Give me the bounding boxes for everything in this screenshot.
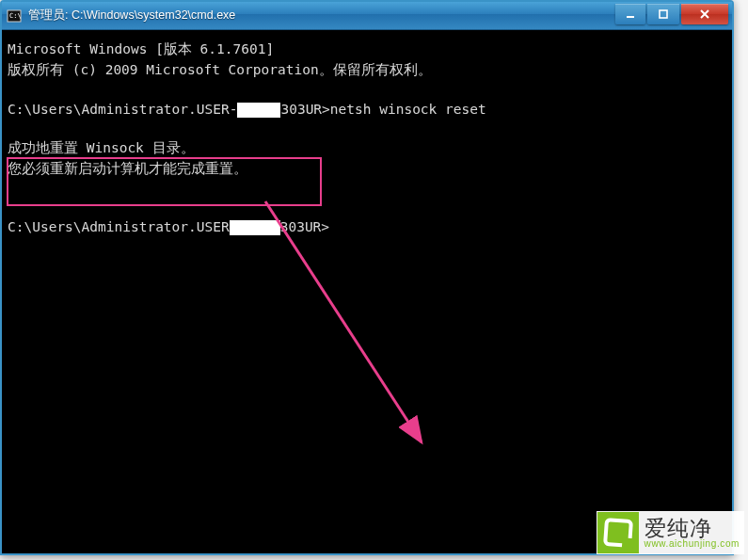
watermark-title: 爱纯净 bbox=[645, 517, 740, 539]
prompt-line-2: C:\Users\Administrator.USER 303UR> bbox=[8, 217, 726, 238]
watermark: 爱纯净 www.aichunjing.com bbox=[597, 511, 744, 554]
cmd-window: C:\ 管理员: C:\Windows\system32\cmd.exe Mic… bbox=[0, 0, 734, 555]
svg-text:C:\: C:\ bbox=[9, 12, 22, 20]
cmd-icon: C:\ bbox=[6, 8, 23, 24]
titlebar[interactable]: C:\ 管理员: C:\Windows\system32\cmd.exe bbox=[2, 2, 732, 30]
version-line: Microsoft Windows [版本 6.1.7601] bbox=[8, 40, 726, 60]
watermark-logo-icon bbox=[597, 512, 639, 553]
prompt-line-1: C:\Users\Administrator.USER- 303UR>netsh… bbox=[8, 100, 726, 120]
terminal-output[interactable]: Microsoft Windows [版本 6.1.7601] 版权所有 (c)… bbox=[2, 30, 732, 248]
redacted-user-2 bbox=[230, 220, 280, 235]
minimize-button[interactable] bbox=[615, 4, 645, 24]
close-button[interactable] bbox=[681, 4, 728, 24]
svg-rect-2 bbox=[627, 16, 634, 18]
redacted-user bbox=[237, 103, 280, 118]
result-line-1: 成功地重置 Winsock 目录。 bbox=[8, 138, 726, 159]
svg-rect-3 bbox=[660, 10, 667, 18]
window-title: 管理员: C:\Windows\system32\cmd.exe bbox=[28, 8, 615, 24]
copyright-line: 版权所有 (c) 2009 Microsoft Corporation。保留所有… bbox=[8, 60, 726, 81]
window-controls bbox=[615, 4, 728, 24]
result-line-2: 您必须重新启动计算机才能完成重置。 bbox=[8, 159, 726, 180]
watermark-url: www.aichunjing.com bbox=[645, 539, 740, 550]
maximize-button[interactable] bbox=[647, 4, 679, 24]
command-text: netsh winsock reset bbox=[330, 102, 486, 117]
